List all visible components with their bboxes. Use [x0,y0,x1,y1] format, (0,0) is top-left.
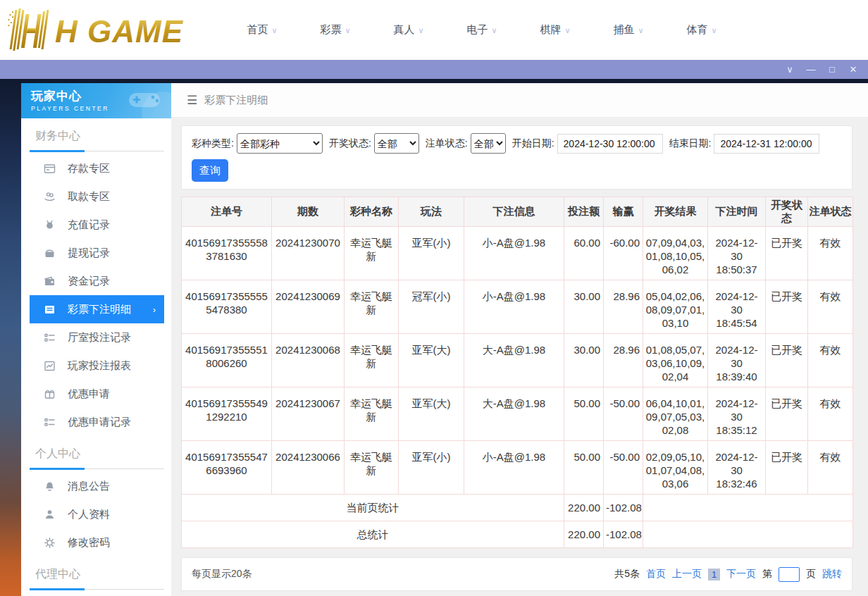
total-count-text: 共5条 [614,568,640,581]
lottery-type-label: 彩种类型: [192,137,234,150]
sidebar-item-promo-apply[interactable]: 优惠申请 [30,380,164,408]
window-maximize-button[interactable]: □ [822,60,843,79]
nav-item-electronic[interactable]: 电子∨ [445,23,519,37]
col-period: 期数 [272,197,345,227]
table-cell: 28.96 [604,280,643,334]
search-button[interactable]: 查询 [192,159,228,182]
table-cell: 401569173555518006260 [182,334,272,387]
sidebar-item-hall-bet-records[interactable]: 厅室投注记录 [30,323,164,352]
first-page-link[interactable]: 首页 [646,568,666,581]
nav-item-sports[interactable]: 体育∨ [665,23,738,37]
sidebar-item-announcements[interactable]: 消息公告 [30,472,164,500]
sidebar-item-deposit-zone[interactable]: 存款专区 [30,154,164,182]
col-winloss: 输赢 [604,197,643,227]
sidebar-item-player-bet-report[interactable]: 玩家投注报表 [30,352,164,380]
nav-item-live[interactable]: 真人∨ [372,23,445,37]
sidebar-item-label: 充值记录 [68,218,110,232]
table-cell: -50.00 [604,387,643,441]
table-cell: 50.00 [564,441,604,495]
bet-detail-doc-icon [44,304,56,316]
nav-item-home[interactable]: 首页∨ [225,23,299,37]
chevron-right-icon: › [153,304,156,315]
lottery-type-select[interactable]: 全部彩种 [237,133,323,154]
purse-icon [44,247,56,259]
sidebar-item-recharge-records[interactable]: 充值记录 [30,211,164,239]
sidebar-header: 玩家中心 PLAYERS CENTER [21,83,171,118]
table-cell: 2024-12-30 18:39:40 [708,334,766,387]
gamepad-icon [125,87,164,113]
table-cell: 幸运飞艇新 [345,227,399,280]
nav-item-fishing[interactable]: 捕鱼∨ [592,23,665,37]
table-cell: 20241230067 [272,387,345,441]
col-play-type: 玩法 [399,197,464,227]
col-bet-amount: 投注额 [564,197,604,227]
site-logo: H GAME [6,7,194,54]
col-draw-result: 开奖结果 [643,197,708,227]
section-title-agent: 代理中心 [30,567,164,582]
end-date-input[interactable] [714,134,819,154]
section-underline [30,588,164,590]
start-date-label: 开始日期: [512,137,554,150]
draw-status-select[interactable]: 全部 [374,133,419,154]
nav-label: 首页 [247,23,268,35]
sidebar-item-profile[interactable]: 个人资料 [30,500,164,528]
start-date-input[interactable] [557,134,663,154]
table-cell: 02,09,05,10,01,07,04,08,03,06 [643,441,708,495]
table-cell: 401569173555476693960 [182,441,272,495]
table-cell: -60.00 [604,227,643,280]
table-cell: 60.00 [564,227,604,280]
sidebar-item-withdrawal-records[interactable]: 提现记录 [30,239,164,267]
site-header: H GAME 首页∨ 彩票∨ 真人∨ 电子∨ 棋牌∨ 捕鱼∨ 体育∨ [0,0,868,60]
sidebar-item-label: 修改密码 [68,536,110,550]
chevron-down-icon: ∨ [345,26,350,35]
col-bet-time: 下注时间 [708,197,766,227]
deposit-card-icon [44,163,56,175]
next-page-link[interactable]: 下一页 [726,568,756,581]
sidebar-item-label: 消息公告 [68,480,110,493]
table-cell: 2024-12-30 18:45:54 [708,280,766,334]
jump-button[interactable]: 跳转 [822,568,842,581]
chevron-down-icon: ∨ [418,26,423,35]
sidebar-item-lottery-bet-details[interactable]: 彩票下注明细 › [30,295,164,323]
table-cell: 已开奖 [766,387,808,441]
nav-label: 彩票 [320,23,341,35]
nav-label: 体育 [686,23,707,35]
jump-suffix-label: 页 [806,568,816,581]
current-page-indicator: 1 [708,569,720,581]
window-dropdown-icon[interactable]: ∨ [779,60,800,79]
breadcrumb: ☰ 彩票下注明细 [171,83,868,118]
section-title-finance: 财务中心 [30,129,164,144]
page-title: 彩票下注明细 [204,94,268,107]
table-cell: 有效 [808,227,853,280]
sidebar-item-promo-apply-records[interactable]: 优惠申请记录 [30,408,164,436]
nav-item-lottery[interactable]: 彩票∨ [299,23,372,37]
table-cell: 有效 [808,441,853,495]
sidebar-item-label: 厅室投注记录 [68,331,131,344]
sidebar-section-finance: 财务中心 [30,129,164,151]
table-cell: 01,08,05,07,03,06,10,09,02,04 [643,334,708,387]
order-status-select[interactable]: 全部 [471,133,506,154]
window-close-button[interactable]: ✕ [843,60,864,79]
chevron-down-icon: ∨ [711,26,717,35]
jump-prefix-label: 第 [762,568,772,581]
table-row: 40156917355549129221020241230067幸运飞艇新亚军(… [182,387,853,441]
nav-item-chess[interactable]: 棋牌∨ [519,23,592,37]
table-row: 40156917355551800626020241230068幸运飞艇新亚军(… [182,334,853,387]
menu-icon[interactable]: ☰ [187,93,197,108]
page-jump-input[interactable] [779,567,800,582]
sidebar-item-withdraw-zone[interactable]: 取款专区 [30,182,164,211]
window-minimize-button[interactable]: — [800,60,822,79]
table-cell: 亚军(大) [399,387,464,441]
table-cell: 05,04,02,06,08,09,07,01,03,10 [643,280,708,334]
table-cell: 小-A盘@1.98 [464,227,564,280]
table-cell: 幸运飞艇新 [345,441,399,495]
prev-page-link[interactable]: 上一页 [672,568,702,581]
sidebar-item-change-password[interactable]: 修改密码 [30,528,164,557]
table-cell: 06,04,10,01,09,07,05,03,02,08 [643,387,708,441]
sidebar-item-funds-records[interactable]: 资金记录 [30,267,164,295]
table-cell: 小-A盘@1.98 [464,441,564,495]
table-cell: 已开奖 [766,441,808,495]
table-cell: 20241230069 [272,280,345,334]
summary-bet-total: 220.00 [564,495,604,521]
filter-panel: 彩种类型: 全部彩种 开奖状态: 全部 注单状态: 全部 开始日期: 结束日期:… [181,125,852,190]
